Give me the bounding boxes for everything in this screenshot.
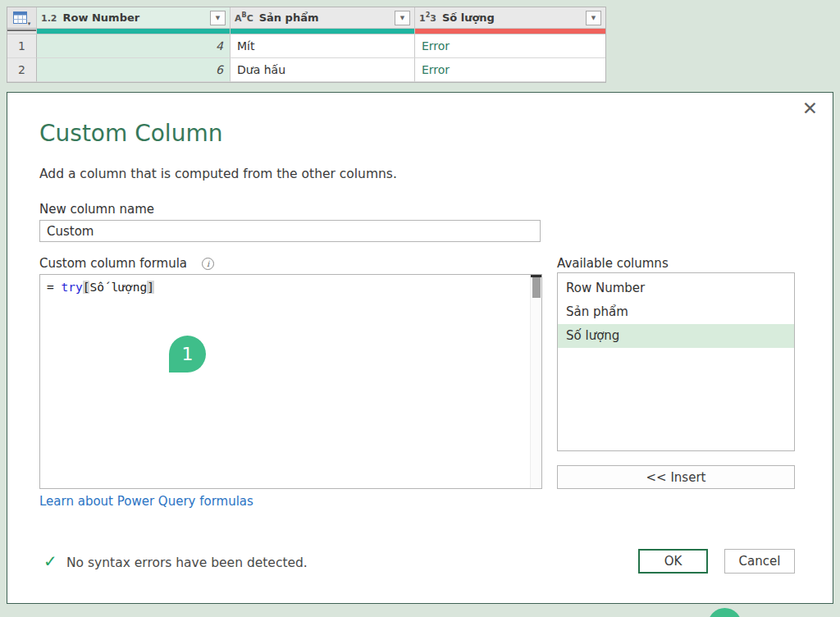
check-icon: ✓ <box>43 551 57 571</box>
text-type-icon: ABC <box>235 11 253 24</box>
column-header-san-pham[interactable]: ABC Sản phẩm ▼ <box>231 7 415 29</box>
dialog-subtitle: Add a column that is computed from the o… <box>39 167 397 181</box>
dialog-title: Custom Column <box>39 120 222 147</box>
filter-dropdown-button[interactable]: ▼ <box>210 11 226 25</box>
dropdown-icon: ▼ <box>400 15 404 21</box>
whole-number-type-icon: 123 <box>419 11 436 24</box>
learn-formulas-link[interactable]: Learn about Power Query formulas <box>39 494 253 509</box>
filter-dropdown-button[interactable]: ▼ <box>395 11 410 25</box>
column-header-label: Sản phẩm <box>259 11 319 24</box>
new-column-name-label: New column name <box>39 202 154 217</box>
field-token: Số lượng <box>89 281 147 294</box>
custom-column-dialog: ✕ Custom Column Add a column that is com… <box>7 92 833 604</box>
list-item-san-pham[interactable]: Sản phẩm <box>558 300 794 324</box>
table-cell-error[interactable]: Error <box>415 58 605 82</box>
dropdown-icon: ▼ <box>591 15 596 21</box>
table-cell[interactable]: Dưa hấu <box>231 58 415 82</box>
close-bracket-token: ] <box>147 281 154 294</box>
quality-bar-gutter <box>7 29 37 34</box>
keyword-token: try <box>61 281 82 294</box>
quality-bar-so-luong <box>415 29 605 34</box>
ok-button[interactable]: OK <box>638 549 708 574</box>
formula-text: = try[Số lượng] <box>47 281 154 294</box>
table-cell-error[interactable]: Error <box>415 34 605 58</box>
syntax-status-text: No syntax errors have been detected. <box>66 555 308 570</box>
available-columns-label: Available columns <box>557 256 669 271</box>
dropdown-icon: ▼ <box>216 15 220 21</box>
table-cell[interactable]: 6 <box>37 58 231 82</box>
column-header-so-luong[interactable]: 123 Số lượng ▼ <box>415 7 605 29</box>
step-2-badge: 2 <box>708 608 742 617</box>
row-index[interactable]: 1 <box>7 34 37 58</box>
formula-scrollbar[interactable] <box>530 275 541 488</box>
formula-editor[interactable]: = try[Số lượng] <box>39 274 542 489</box>
quality-bar-row-number <box>37 29 231 34</box>
available-columns-list: Row Number Sản phẩm Số lượng <box>557 272 795 451</box>
decimal-type-icon: 1.2 <box>41 11 57 24</box>
filter-dropdown-button[interactable]: ▼ <box>586 11 601 25</box>
insert-button[interactable]: << Insert <box>557 465 795 489</box>
table-menu-caret-icon: ▾ <box>28 21 31 27</box>
cancel-button[interactable]: Cancel <box>724 549 795 574</box>
table-cell[interactable]: Mít <box>231 34 415 58</box>
list-item-row-number[interactable]: Row Number <box>558 277 794 300</box>
close-icon[interactable]: ✕ <box>802 98 818 119</box>
quality-bar-san-pham <box>231 29 415 34</box>
list-item-so-luong-selected[interactable]: Số lượng <box>558 324 794 348</box>
query-preview-table: ▾ 1.2 Row Number ▼ ABC Sản phẩm ▼ 123 Số… <box>7 7 606 83</box>
info-icon: i <box>202 258 214 270</box>
column-header-row-number[interactable]: 1.2 Row Number ▼ <box>37 7 231 29</box>
new-column-name-input[interactable] <box>39 220 541 242</box>
table-cell[interactable]: 4 <box>37 34 231 58</box>
row-index[interactable]: 2 <box>7 58 37 82</box>
step-1-badge: 1 <box>169 336 206 372</box>
table-icon <box>13 11 27 24</box>
table-select-all-button[interactable]: ▾ <box>7 7 37 29</box>
formula-label: Custom column formula <box>39 256 187 271</box>
power-query-window: ▾ 1.2 Row Number ▼ ABC Sản phẩm ▼ 123 Số… <box>0 0 840 617</box>
column-header-label: Row Number <box>63 11 140 24</box>
column-header-label: Số lượng <box>442 11 495 24</box>
scrollbar-thumb[interactable] <box>532 277 541 298</box>
